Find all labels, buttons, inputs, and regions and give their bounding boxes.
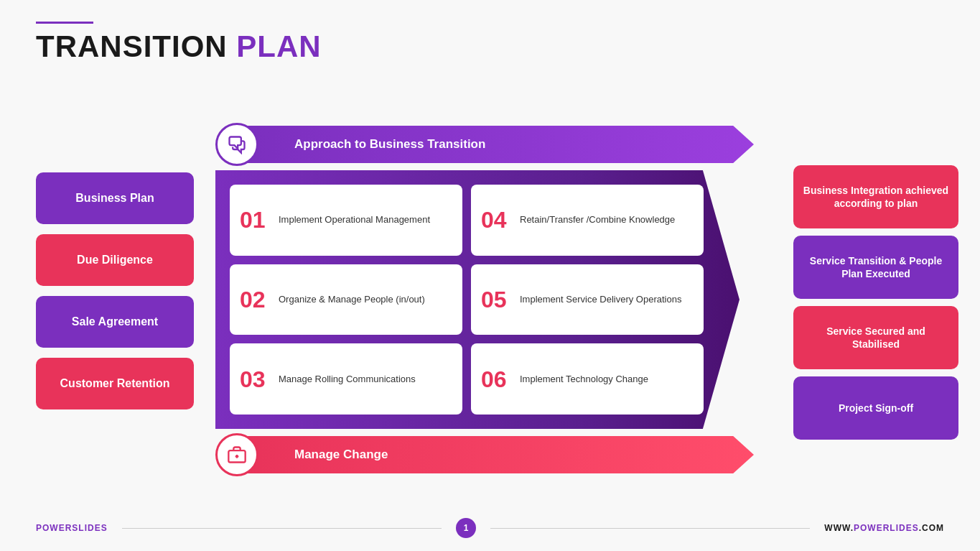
page-title: TRANSITION PLAN [36, 29, 322, 64]
top-arrow-icon [215, 123, 258, 166]
top-arrow-shape: Approach to Business Transition [237, 126, 754, 163]
main-diagram: Approach to Business Transition 01 Imple… [208, 126, 754, 473]
card-03-number: 03 [240, 368, 271, 391]
right-sidebar: Business Integration achieved according … [793, 165, 958, 440]
big-arrow-bg: 01 Implement Operational Management 04 R… [215, 170, 739, 429]
right-item-business-integration[interactable]: Business Integration achieved according … [793, 165, 958, 228]
title-black: TRANSITION [36, 29, 228, 63]
right-item-project-signoff[interactable]: Project Sign-off [793, 376, 958, 440]
left-sidebar: Business Plan Due Diligence Sale Agreeme… [36, 172, 194, 409]
card-02-number: 02 [240, 288, 271, 311]
footer: POWERSLIDES 1 WWW.POWERLIDES.COM [0, 518, 980, 538]
top-arrow-label: Approach to Business Transition [294, 137, 485, 152]
footer-page-number: 1 [456, 518, 476, 538]
footer-brand: POWERSLIDES [36, 523, 108, 533]
footer-website: WWW.POWERLIDES.COM [824, 523, 944, 533]
big-arrow-wrapper: 01 Implement Operational Management 04 R… [215, 170, 754, 429]
footer-website-purple: POWERLIDES [854, 523, 919, 533]
header-accent-line [36, 22, 93, 24]
footer-website-text: WWW. [824, 523, 854, 533]
right-item-service-transition[interactable]: Service Transition & People Plan Execute… [793, 236, 958, 299]
card-04: 04 Retain/Transfer /Combine Knowledge [471, 185, 704, 256]
card-03: 03 Manage Rolling Communications [230, 343, 462, 415]
card-01-number: 01 [240, 208, 271, 231]
bottom-arrow-shape: Manage Change [237, 436, 754, 473]
footer-website-com: .COM [919, 523, 944, 533]
header: TRANSITION PLAN [36, 22, 322, 64]
card-05-text: Implement Service Delivery Operations [520, 293, 681, 306]
sidebar-item-customer-retention[interactable]: Customer Retention [36, 358, 194, 409]
card-06: 06 Implement Technology Change [471, 343, 704, 415]
footer-line-left [122, 528, 442, 529]
card-05: 05 Implement Service Delivery Operations [471, 264, 704, 335]
bottom-arrow-icon [215, 433, 258, 476]
sidebar-item-due-diligence[interactable]: Due Diligence [36, 234, 194, 286]
card-03-text: Manage Rolling Communications [279, 373, 416, 386]
footer-line-right [490, 528, 810, 529]
card-04-text: Retain/Transfer /Combine Knowledge [520, 213, 675, 226]
right-item-service-secured[interactable]: Service Secured and Stabilised [793, 306, 958, 369]
card-06-text: Implement Technology Change [520, 373, 648, 386]
sidebar-item-sale-agreement[interactable]: Sale Agreement [36, 296, 194, 348]
card-02-text: Organize & Manage People (in/out) [279, 293, 425, 306]
card-06-number: 06 [481, 368, 513, 391]
sidebar-item-business-plan[interactable]: Business Plan [36, 172, 194, 224]
card-01: 01 Implement Operational Management [230, 185, 462, 256]
bottom-arrow-label: Manage Change [294, 448, 388, 462]
footer-brand-purple: SLIDES [72, 523, 107, 533]
card-04-number: 04 [481, 208, 513, 231]
card-01-text: Implement Operational Management [279, 213, 430, 226]
top-arrow-bar: Approach to Business Transition [237, 126, 754, 163]
title-purple: PLAN [236, 29, 321, 63]
bottom-arrow-bar: Manage Change [237, 436, 754, 473]
footer-brand-black: POWER [36, 523, 72, 533]
cards-grid: 01 Implement Operational Management 04 R… [230, 185, 704, 415]
card-05-number: 05 [481, 288, 513, 311]
card-02: 02 Organize & Manage People (in/out) [230, 264, 462, 335]
